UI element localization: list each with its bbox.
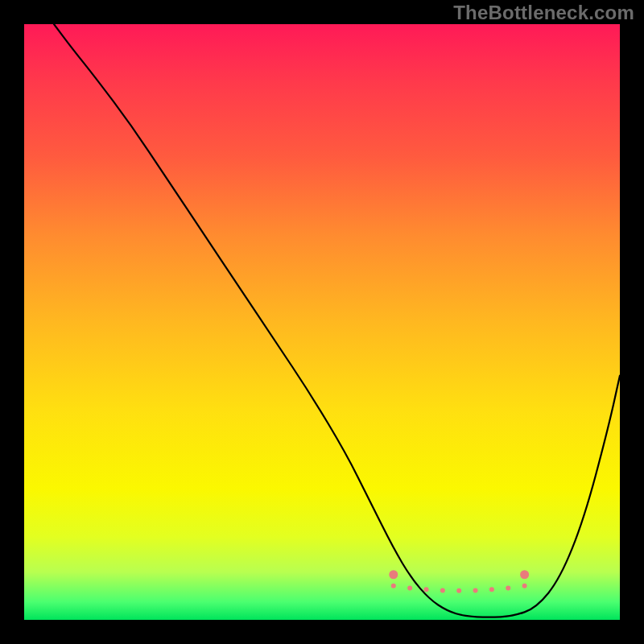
highlight-mid-dot <box>424 587 429 592</box>
highlight-mid-dot <box>506 585 510 590</box>
curve-path-group <box>54 24 620 617</box>
watermark-text: TheBottleneck.com <box>453 2 634 24</box>
curve-path <box>54 24 620 617</box>
chart-overlay <box>24 24 620 620</box>
highlight-mid-dot <box>456 588 461 593</box>
chart-frame: TheBottleneck.com <box>0 0 644 644</box>
highlight-end-dot <box>389 570 398 579</box>
plot-area <box>24 24 620 620</box>
highlight-mid-dot <box>440 588 445 592</box>
highlight-mid-dot <box>391 584 396 588</box>
highlight-mid-dot <box>407 585 412 590</box>
highlight-end-dot <box>520 570 529 579</box>
highlight-mid-dot <box>489 587 494 592</box>
highlight-mid-dot <box>522 584 527 588</box>
highlight-mid-dot <box>473 588 478 592</box>
